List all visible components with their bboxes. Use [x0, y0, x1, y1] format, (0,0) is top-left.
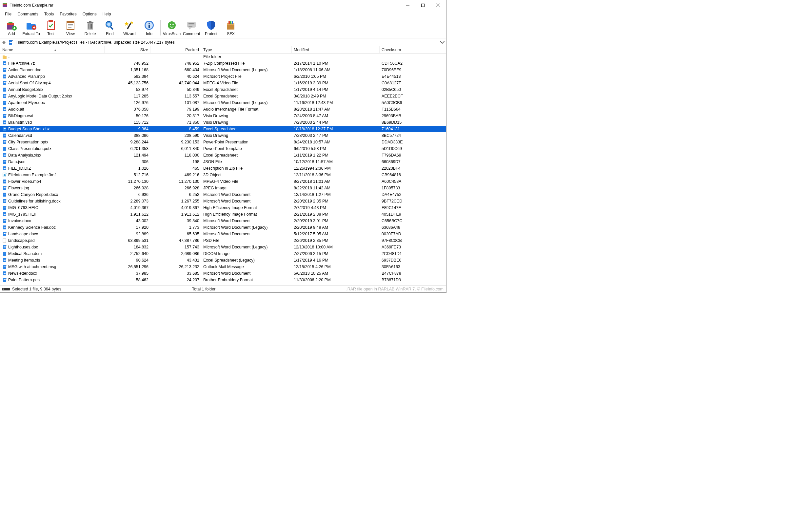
column-packed[interactable]: Packed	[150, 46, 201, 53]
menu-commands[interactable]: Commands	[15, 11, 41, 17]
file-name: ActionPlanner.doc	[8, 68, 41, 72]
parent-row[interactable]: ..File folder	[0, 54, 446, 60]
pathbar[interactable]: FileInfo.com Example.rar\Project Files -…	[0, 38, 446, 46]
file-icon	[2, 107, 7, 112]
table-row[interactable]: landscape.psd63,899,53147,387,786PSD Fil…	[0, 237, 446, 244]
file-modified: 7/28/2003 2:47 PM	[292, 133, 380, 138]
table-row[interactable]: Data Analysis.xlsx121,494118,000Excel Sp…	[0, 152, 446, 158]
wizard-label: Wizard	[123, 31, 135, 36]
file-size: 117,285	[105, 94, 150, 98]
info-button[interactable]: Info	[139, 19, 159, 37]
table-row[interactable]: Budget Snap Shot.xlsx9,3648,459Excel Spr…	[0, 126, 446, 132]
table-row[interactable]: FileInfo.com Example.3mf512,716469,2163D…	[0, 172, 446, 178]
file-packed: 33,685	[150, 271, 201, 276]
file-name: Brainstm.vsd	[8, 120, 32, 125]
table-row[interactable]: Data.json306198JSON File10/12/2018 11:57…	[0, 158, 446, 165]
table-row[interactable]: Kennedy Science Fair.doc17,9201,773Micro…	[0, 224, 446, 231]
table-row[interactable]: FILE_ID.DIZ1,026465Description in Zip Fi…	[0, 165, 446, 172]
file-size: 1,911,612	[105, 212, 150, 216]
protect-button[interactable]: Protect	[201, 19, 221, 37]
file-name: FILE_ID.DIZ	[8, 166, 31, 171]
column-name[interactable]: Name▴	[0, 46, 105, 53]
file-icon	[2, 232, 7, 236]
file-name: Newsletter.docx	[8, 271, 37, 276]
file-modified: 10/18/2018 12:37 PM	[292, 127, 380, 131]
file-rows[interactable]: ..File folderFile Archive.7z748,952748,9…	[0, 54, 446, 285]
file-checksum: 660869D7	[380, 159, 437, 164]
table-row[interactable]: Advanced Plan.mpp592,38440,624Microsoft …	[0, 73, 446, 80]
table-row[interactable]: Class Presentation.potx6,201,3536,011,84…	[0, 145, 446, 152]
file-checksum: F115B664	[380, 107, 437, 112]
path-dropdown-icon[interactable]	[439, 40, 445, 45]
svg-rect-2	[3, 3, 6, 4]
file-type: DICOM Image	[201, 251, 292, 256]
table-row[interactable]: Grand Canyon Report.docx6,9366,252Micros…	[0, 191, 446, 198]
table-row[interactable]: AnyLogic Model Data Output 2.xlsx117,285…	[0, 93, 446, 99]
menu-tools[interactable]: Tools	[42, 11, 56, 17]
file-name: Class Presentation.potx	[8, 146, 52, 151]
table-row[interactable]: Landscape.docx92,88965,635Microsoft Word…	[0, 231, 446, 237]
file-name: Flowers.jpg	[8, 186, 29, 190]
table-row[interactable]: File Archive.7z748,952748,9527-Zip Compr…	[0, 60, 446, 67]
test-button[interactable]: Test	[41, 19, 61, 37]
table-row[interactable]: Aerial Shot Of City.mp445,123,75642,740,…	[0, 80, 446, 86]
close-button[interactable]	[431, 0, 446, 10]
column-checksum[interactable]: Checksum	[380, 46, 437, 53]
column-type[interactable]: Type	[201, 46, 292, 53]
wizard-button[interactable]: Wizard	[120, 19, 139, 37]
file-type: PSD File	[201, 238, 292, 243]
file-checksum: DA4E4752	[380, 192, 437, 197]
minimize-button[interactable]	[400, 0, 415, 10]
menu-file[interactable]: File	[2, 11, 14, 17]
table-row[interactable]: Annual Budget.xlsx53,97450,349Excel Spre…	[0, 86, 446, 93]
file-packed: 40,624	[150, 74, 201, 79]
table-row[interactable]: ActionPlanner.doc1,351,168660,404Microso…	[0, 67, 446, 73]
table-row[interactable]: Invoice.docx43,00239,840Microsoft Word D…	[0, 218, 446, 224]
table-row[interactable]: Paint Pattern.pes58,46224,207Brother Emb…	[0, 277, 446, 283]
sfx-button[interactable]: SFX	[221, 19, 241, 37]
table-row[interactable]: Flower Video.mp411,270,13011,270,130MPEG…	[0, 178, 446, 185]
table-row[interactable]: Flowers.jpg266,928266,928JPEG Image8/22/…	[0, 185, 446, 191]
table-row[interactable]: City Presentation.pptx9,288,2449,230,153…	[0, 139, 446, 145]
table-row[interactable]: MSG with attachment.msg26,551,29626,213,…	[0, 264, 446, 270]
table-row[interactable]: BlkDiagm.vsd50,17620,317Visio Drawing7/2…	[0, 113, 446, 119]
table-row[interactable]: Brainstm.vsd115,71271,850Visio Drawing7/…	[0, 119, 446, 126]
table-row[interactable]: IMG_0763.HEIC4,019,3674,019,367High Effi…	[0, 205, 446, 211]
column-size[interactable]: Size	[105, 46, 150, 53]
column-modified[interactable]: Modified	[292, 46, 380, 53]
comment-button[interactable]: Comment	[182, 19, 201, 37]
delete-button[interactable]: Delete	[80, 19, 100, 37]
file-name: Apartment Flyer.doc	[8, 100, 45, 105]
titlebar: FileInfo.com Example.rar	[0, 0, 446, 10]
file-name: Budget Snap Shot.xlsx	[8, 127, 49, 131]
table-row[interactable]: Apartment Flyer.doc126,976101,087Microso…	[0, 99, 446, 106]
table-row[interactable]: Audio.aif376,05879,199Audio Interchange …	[0, 106, 446, 113]
table-row[interactable]: Meeting Items.xls90,62443,431Excel Sprea…	[0, 257, 446, 264]
menu-favorites[interactable]: Favorites	[57, 11, 79, 17]
extract-button[interactable]: Extract To	[21, 19, 41, 37]
file-size: 2,752,640	[105, 251, 150, 256]
file-icon	[2, 219, 7, 223]
up-arrow-icon[interactable]	[2, 40, 6, 45]
view-button[interactable]: View	[61, 19, 80, 37]
table-row[interactable]: IMG_1785.HEIF1,911,6121,911,612High Effi…	[0, 211, 446, 218]
add-button[interactable]: Add	[2, 19, 21, 37]
maximize-button[interactable]	[415, 0, 431, 10]
table-row[interactable]: Guidelines for ublishing.docx2,289,0731,…	[0, 198, 446, 205]
file-modified: 1/17/2019 4:16 PM	[292, 258, 380, 263]
find-label: Find	[106, 31, 113, 36]
menu-options[interactable]: Options	[80, 11, 99, 17]
file-checksum: A60C458A	[380, 179, 437, 184]
file-modified: 5/6/2013 10:25 AM	[292, 271, 380, 276]
disk-icon	[2, 287, 10, 291]
test-icon	[45, 20, 56, 31]
table-row[interactable]: Lighthouses.doc184,832157,743Microsoft W…	[0, 244, 446, 250]
table-row[interactable]: Calendar.vsd388,096208,590Visio Drawing7…	[0, 132, 446, 139]
table-row[interactable]: Newsletter.docx37,98533,685Microsoft Wor…	[0, 270, 446, 277]
virusscan-button[interactable]: VirusScan	[162, 19, 182, 37]
menu-help[interactable]: Help	[100, 11, 114, 17]
find-button[interactable]: Find	[100, 19, 120, 37]
file-packed: 26,213,232	[150, 265, 201, 269]
table-row[interactable]: Medical Scan.dcm2,752,6402,689,086DICOM …	[0, 250, 446, 257]
file-name: File Archive.7z	[8, 61, 35, 66]
